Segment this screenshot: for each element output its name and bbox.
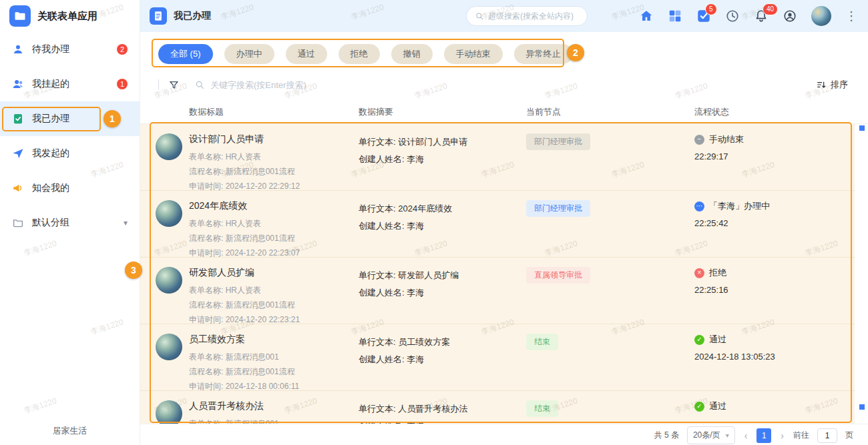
row-summary: 单行文本: 员工绩效方案 [359, 334, 526, 351]
scroll-up-button[interactable] [859, 125, 865, 131]
table-row[interactable]: 设计部门人员申请 表单名称: HR人资表 流程名称: 新流程消息001流程 申请… [140, 124, 855, 191]
status-icon: × [694, 268, 704, 278]
caret-down-icon: ▾ [726, 432, 729, 439]
row-summary: 创建人姓名: 李海 [359, 217, 526, 235]
row-avatar [156, 267, 182, 294]
sort-icon [816, 79, 827, 90]
goto-page-input[interactable] [817, 428, 837, 443]
row-summary: 单行文本: 研发部人员扩编 [359, 267, 526, 284]
user-avatar[interactable] [811, 6, 831, 26]
status-time: 22:25:42 [694, 218, 855, 228]
next-page-button[interactable]: › [779, 430, 785, 441]
page-size-select[interactable]: 20条/页 ▾ [687, 426, 735, 444]
row-summary: 单行文本: 2024年底绩效 [359, 200, 526, 217]
main-area: 我已办理 5 40 ⋮ [140, 0, 868, 445]
todo-check-icon[interactable]: 5 [696, 9, 711, 23]
sidebar-item[interactable]: 我已办理 [0, 101, 140, 136]
sidebar-item[interactable]: 我挂起的 1 [0, 67, 140, 101]
page-icon [150, 7, 167, 25]
status-filter-tabs: 全部 (5) 办理中 通过 拒绝 撤销 手动结束 异常终止 [140, 32, 868, 64]
count-badge: 2 [117, 44, 128, 55]
history-clock-icon[interactable] [725, 9, 740, 23]
table-row[interactable]: 研发部人员扩编 表单名称: HR人资表 流程名称: 新流程消息001流程 申请时… [140, 258, 855, 324]
search-icon [475, 11, 484, 21]
keyword-search-input[interactable] [210, 80, 451, 90]
page-unit-label: 页 [845, 430, 853, 441]
apps-grid-icon[interactable] [668, 9, 682, 23]
app-logo [9, 5, 31, 27]
row-avatar [156, 334, 182, 360]
sidebar-item[interactable]: 默认分组 ▾ [0, 205, 140, 240]
table-row[interactable]: 员工绩效方案 表单名称: 新流程消息001 流程名称: 新流程消息001流程 申… [140, 324, 855, 391]
filter-funnel-icon[interactable] [168, 79, 180, 91]
table-header: 数据标题 数据摘要 当前节点 流程状态 [140, 100, 868, 124]
goto-label: 前往 [793, 430, 809, 441]
content: 全部 (5) 办理中 通过 拒绝 撤销 手动结束 异常终止 排序 数据标题 数据… [140, 32, 868, 445]
divider [158, 79, 159, 90]
row-detail: 表单名称: HR人资表 [189, 283, 359, 298]
chevron-down-icon: ▾ [124, 218, 128, 228]
sidebar-item-label: 知会我的 [32, 182, 128, 194]
filter-tab[interactable]: 手动结束 [444, 44, 503, 64]
scroll-down-button[interactable] [859, 404, 865, 410]
status-text: 通过 [709, 334, 726, 346]
list-toolbar: 排序 [140, 75, 868, 95]
current-node-badge: 直属领导审批 [526, 267, 590, 284]
sort-button[interactable]: 排序 [816, 79, 848, 91]
sidebar-item[interactable]: 知会我的 [0, 171, 140, 205]
row-detail: 表单名称: 新流程消息001 [189, 416, 359, 424]
row-avatar [156, 133, 182, 160]
sidebar-item[interactable]: 我发起的 [0, 136, 140, 171]
todo-count-badge: 5 [705, 3, 717, 15]
status-icon: ⋯ [694, 201, 704, 211]
filter-tab[interactable]: 办理中 [224, 44, 274, 64]
global-search[interactable] [466, 6, 588, 26]
row-title: 员工绩效方案 [189, 334, 359, 346]
topbar-icons: 5 40 ⋮ [639, 6, 859, 26]
task-list: 设计部门人员申请 表单名称: HR人资表 流程名称: 新流程消息001流程 申请… [140, 124, 855, 424]
sidebar-footer-label: 居家生活 [0, 425, 140, 437]
status-text: 「李海」办理中 [709, 200, 770, 212]
row-detail: 申请时间: 2024-12-20 22:29:12 [189, 179, 359, 193]
filter-tab[interactable]: 撤销 [391, 44, 433, 64]
sidebar-item-label: 我挂起的 [32, 78, 109, 90]
filter-tab[interactable]: 通过 [286, 44, 327, 64]
home-icon[interactable] [639, 9, 654, 23]
column-summary: 数据摘要 [359, 106, 526, 118]
topbar: 我已办理 5 40 ⋮ [140, 0, 868, 32]
sidebar-item-label: 默认分组 [32, 217, 116, 229]
row-title: 2024年底绩效 [189, 200, 359, 212]
prev-page-button[interactable]: ‹ [743, 430, 749, 441]
app-window: 关联表单应用 待我办理 2 我挂起的 1 我已办理 我发起的 知会我的 默认分组 [0, 0, 868, 445]
sidebar-menu: 待我办理 2 我挂起的 1 我已办理 我发起的 知会我的 默认分组 ▾ [0, 32, 140, 240]
column-flow-status: 流程状态 [694, 106, 868, 118]
status-time: 22:25:16 [694, 285, 855, 295]
row-detail: 申请时间: 2024-12-20 22:23:07 [189, 246, 359, 260]
done-doc-icon [12, 113, 24, 125]
sort-label: 排序 [831, 79, 848, 91]
filter-tab[interactable]: 全部 (5) [158, 44, 213, 64]
status-text: 通过 [709, 400, 726, 412]
megaphone-icon [12, 182, 24, 194]
table-row[interactable]: 人员晋升考核办法 表单名称: 新流程消息001 单行文本: 人员晋升考核办法 创… [140, 391, 855, 424]
more-menu-icon[interactable]: ⋮ [845, 10, 857, 22]
row-detail: 流程名称: 新流程消息001流程 [189, 298, 359, 312]
app-title: 关联表单应用 [37, 10, 97, 23]
pagination-bar: 共 5 条 20条/页 ▾ ‹ 1 › 前往 页 [140, 424, 868, 445]
filter-tab[interactable]: 拒绝 [339, 44, 380, 64]
notification-bell-icon[interactable]: 40 [754, 9, 769, 23]
folder-logo-icon [13, 9, 27, 23]
sidebar-item[interactable]: 待我办理 2 [0, 32, 140, 67]
current-page-button[interactable]: 1 [756, 428, 771, 443]
row-summary: 创建人姓名: 李海 [359, 284, 526, 302]
row-detail: 表单名称: 新流程消息001 [189, 350, 359, 364]
table-row[interactable]: 2024年底绩效 表单名称: HR人资表 流程名称: 新流程消息001流程 申请… [140, 191, 855, 258]
current-node-badge: 结束 [526, 400, 558, 417]
global-search-input[interactable] [488, 11, 579, 21]
page-title: 我已办理 [174, 10, 211, 22]
row-summary: 创建人姓名: 李海 [359, 418, 526, 424]
filter-tab[interactable]: 异常终止 [514, 44, 573, 64]
row-title: 人员晋升考核办法 [189, 400, 359, 412]
column-current-node: 当前节点 [526, 106, 694, 118]
support-contact-icon[interactable] [783, 9, 797, 23]
